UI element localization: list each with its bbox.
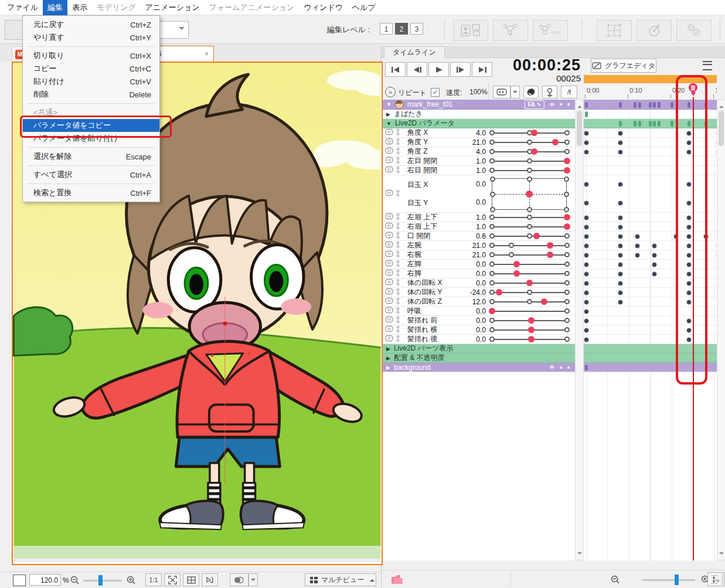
param-slider[interactable]: [492, 147, 567, 156]
warp-deformer-button[interactable]: [597, 20, 632, 41]
keyframe-row[interactable]: [584, 128, 717, 138]
track-row[interactable]: ▶Live2D パーツ表示: [382, 344, 575, 354]
keyframe-dot[interactable]: [618, 141, 622, 145]
menubar-item[interactable]: ウィンドウ: [299, 0, 348, 15]
menubar-item[interactable]: アニメーション: [141, 0, 205, 15]
keyframe-dot[interactable]: [635, 253, 639, 257]
folder-icon[interactable]: [391, 575, 404, 584]
slider-value-dot[interactable]: [528, 327, 535, 333]
menu-item[interactable]: 元に戻すCtrl+Z: [23, 18, 159, 31]
keyframe-dot[interactable]: [687, 291, 691, 295]
param-slider[interactable]: [492, 213, 567, 222]
keyframe-segment[interactable]: [619, 121, 622, 127]
flip-view-button[interactable]: [202, 573, 218, 586]
keyform-icon[interactable]: [385, 138, 393, 147]
keyframe-dot[interactable]: [584, 291, 588, 295]
keyframe-dot[interactable]: [618, 216, 622, 220]
track-row[interactable]: ▼mark_free_t01FA ✎👁: [382, 100, 575, 110]
link-icon[interactable]: [395, 297, 401, 307]
param-slider[interactable]: [492, 335, 567, 344]
track-list-scrollbar[interactable]: [575, 100, 584, 560]
scrollbar-thumb[interactable]: [719, 111, 724, 146]
keyframe-dot[interactable]: [584, 225, 588, 229]
speed-value[interactable]: 100%: [469, 88, 488, 96]
work-area-bar[interactable]: [584, 75, 717, 83]
keyframe-dot[interactable]: [584, 141, 588, 145]
link-icon[interactable]: [395, 335, 401, 344]
slider-value-dot[interactable]: [564, 167, 570, 174]
keyform-icon[interactable]: [385, 278, 393, 287]
keyframe-dot[interactable]: [687, 201, 691, 205]
onion-skin-dropdown[interactable]: [510, 86, 520, 98]
keyform-icon[interactable]: [385, 232, 393, 240]
keyframe-dot[interactable]: [618, 182, 622, 186]
keyframe-dot[interactable]: [618, 225, 622, 229]
param-slider[interactable]: [492, 278, 567, 287]
keyframe-row[interactable]: [584, 250, 717, 260]
keyframe-dot[interactable]: [584, 244, 588, 248]
keyframe-segment[interactable]: [638, 121, 641, 127]
keyform-icon[interactable]: [385, 213, 393, 222]
keyframe-row[interactable]: [584, 213, 717, 222]
link-icon[interactable]: [395, 128, 401, 138]
keyframe-dot[interactable]: [687, 300, 691, 304]
keyframe-dot[interactable]: [618, 291, 622, 295]
keyframe-dot[interactable]: [687, 131, 691, 135]
keyframe-dot[interactable]: [687, 141, 691, 145]
keyframe-segment[interactable]: [585, 111, 588, 117]
keyframe-row[interactable]: [584, 119, 717, 128]
keyframe-segment[interactable]: [585, 365, 588, 371]
keyframe-dot[interactable]: [652, 244, 656, 248]
track-row[interactable]: ▼Live2D パラメータ: [382, 119, 575, 128]
param-row[interactable]: 体の回転 Z12.0: [382, 297, 575, 307]
keyframe-row[interactable]: [584, 166, 717, 175]
link-icon[interactable]: [395, 241, 401, 250]
keyframe-segment[interactable]: [658, 102, 661, 108]
collapse-arrow-icon[interactable]: ▶: [386, 346, 390, 352]
fit-view-button[interactable]: [164, 573, 181, 586]
form-animation-badge[interactable]: FA ✎: [525, 100, 544, 109]
slider-value-dot[interactable]: [564, 158, 570, 164]
keyframe-row[interactable]: [584, 110, 717, 119]
keyframe-dot[interactable]: [687, 338, 691, 342]
repeat-checkbox[interactable]: ✓: [431, 88, 440, 97]
keyframe-row[interactable]: [584, 260, 717, 269]
keyframe-dot[interactable]: [584, 281, 588, 285]
playhead-marker[interactable]: [689, 83, 697, 98]
menubar-item[interactable]: 編集: [43, 0, 67, 15]
menu-item[interactable]: パラメータ値をコピー: [23, 119, 159, 132]
collapse-arrow-icon[interactable]: ▼: [386, 121, 392, 127]
keyform-icon[interactable]: [385, 297, 393, 306]
keyframe-row[interactable]: [584, 100, 717, 110]
keyframe-dot[interactable]: [652, 253, 656, 257]
edit-level-button-2[interactable]: 2: [395, 23, 408, 35]
keyframe-dot[interactable]: [584, 234, 588, 239]
keyframe-dot[interactable]: [618, 150, 622, 154]
keyframe-segment[interactable]: [670, 121, 673, 127]
background-color-swatch[interactable]: [13, 575, 26, 586]
collapse-arrow-icon[interactable]: ▼: [386, 101, 392, 107]
keyform-icon[interactable]: [385, 241, 393, 250]
keyframe-dot[interactable]: [687, 182, 691, 186]
keyframe-row[interactable]: [584, 344, 717, 354]
keyframe-row[interactable]: [584, 335, 717, 344]
model-template-button[interactable]: [453, 20, 488, 41]
param-slider[interactable]: [492, 166, 567, 175]
slider-value-dot[interactable]: [533, 233, 540, 239]
link-icon[interactable]: [395, 325, 401, 335]
keyform-icon[interactable]: [385, 325, 393, 334]
option-dot-icon[interactable]: [567, 103, 570, 106]
blend-mode-button[interactable]: [230, 573, 249, 586]
keyframe-segment[interactable]: [658, 121, 661, 127]
expand-options-button[interactable]: »: [385, 87, 396, 97]
keyframe-grid[interactable]: [584, 100, 717, 560]
menu-item[interactable]: 選択を解除Escape: [23, 150, 159, 163]
menubar-item[interactable]: モデリング: [92, 0, 141, 15]
param-row[interactable]: 体の回転 Y-24.0: [382, 288, 575, 297]
param-row[interactable]: 髪揺れ 前0.0: [382, 316, 575, 325]
menu-item[interactable]: やり直すCtrl+Y: [23, 31, 159, 44]
keyframe-dot[interactable]: [584, 253, 588, 257]
track-row[interactable]: ▶配置 & 不透明度: [382, 354, 575, 363]
timeline-zoom-slider[interactable]: [642, 579, 695, 581]
tab-timeline[interactable]: タイムライン: [384, 46, 445, 58]
